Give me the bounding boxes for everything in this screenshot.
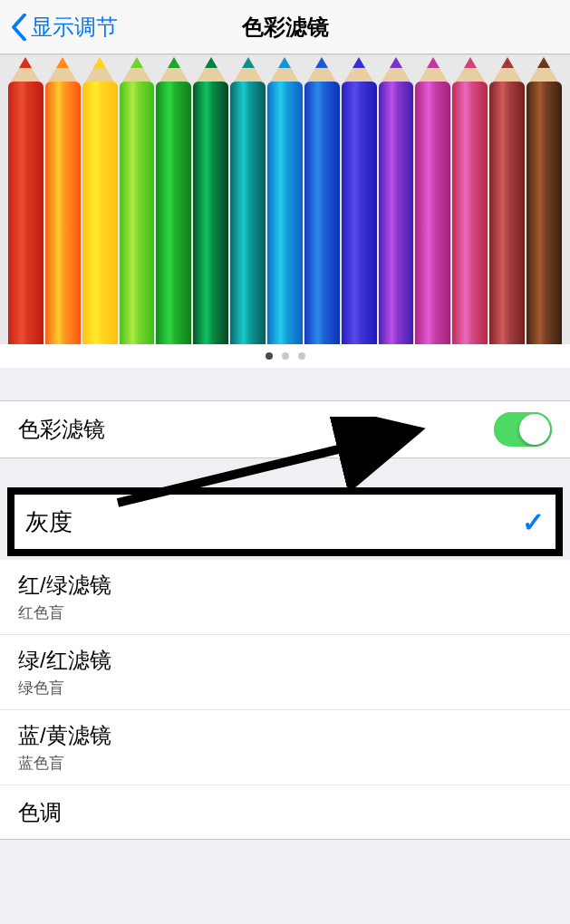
pencil-icon — [452, 82, 488, 344]
pager-dot[interactable] — [298, 352, 305, 360]
pencil-icon — [82, 82, 118, 344]
pencil-icon — [415, 82, 450, 344]
pencil-icon — [527, 82, 562, 344]
toggle-section: 色彩滤镜 — [0, 400, 570, 458]
chevron-left-icon — [11, 14, 27, 41]
pencil-icon — [45, 82, 81, 344]
pencil-icon — [379, 82, 414, 344]
color-filter-toggle-row: 色彩滤镜 — [0, 401, 570, 457]
back-label: 显示调节 — [31, 13, 118, 42]
filter-label: 色调 — [18, 798, 552, 827]
preview-pager — [0, 344, 570, 368]
pager-dot[interactable] — [282, 352, 289, 360]
filter-option-tint[interactable]: 色调 — [0, 784, 570, 839]
back-button[interactable]: 显示调节 — [11, 0, 118, 54]
filter-label: 蓝/黄滤镜 — [18, 721, 552, 750]
pencil-icon — [267, 82, 303, 344]
filter-sublabel: 蓝色盲 — [18, 753, 552, 774]
checkmark-icon: ✓ — [522, 506, 545, 538]
pencil-icon — [156, 82, 191, 344]
filter-option-blue-yellow[interactable]: 蓝/黄滤镜 蓝色盲 — [0, 709, 570, 784]
pencil-icon — [230, 82, 266, 344]
pencil-icon — [304, 82, 340, 344]
filter-sublabel: 红色盲 — [18, 602, 552, 623]
pencil-icon — [342, 82, 377, 344]
filter-option-green-red[interactable]: 绿/红滤镜 绿色盲 — [0, 634, 570, 709]
pencil-icon — [489, 82, 525, 344]
filter-label: 红/绿滤镜 — [18, 571, 552, 600]
pager-dot[interactable] — [266, 352, 273, 360]
pencil-icon — [8, 82, 43, 344]
filter-option-grayscale[interactable]: 灰度 ✓ — [14, 495, 556, 549]
toggle-label: 色彩滤镜 — [18, 415, 494, 444]
pencil-icon — [120, 82, 155, 344]
color-preview[interactable] — [0, 54, 570, 344]
page-title: 色彩滤镜 — [242, 13, 329, 42]
filter-options-section: 红/绿滤镜 红色盲 绿/红滤镜 绿色盲 蓝/黄滤镜 蓝色盲 色调 — [0, 560, 570, 840]
filter-label: 灰度 — [25, 506, 522, 538]
filter-label: 绿/红滤镜 — [18, 646, 552, 675]
nav-bar: 显示调节 色彩滤镜 — [0, 0, 570, 54]
pencil-icon — [193, 82, 228, 344]
color-filter-toggle[interactable] — [494, 412, 552, 447]
toggle-knob — [519, 414, 550, 445]
annotation-highlight-box: 灰度 ✓ — [7, 487, 563, 556]
filter-sublabel: 绿色盲 — [18, 678, 552, 698]
filter-option-red-green[interactable]: 红/绿滤镜 红色盲 — [0, 560, 570, 634]
